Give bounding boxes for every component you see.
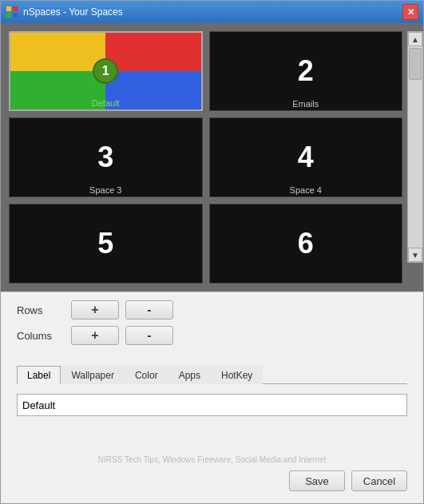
cancel-button[interactable]: Cancel — [351, 470, 407, 491]
space-label-1: Default — [92, 98, 120, 108]
cols-control-row: Colums + - — [17, 326, 407, 345]
space-label-3: Space 3 — [89, 185, 121, 195]
footer-watermark: NIRSS Tech Tips, Windows Freeware, Socia… — [17, 455, 407, 464]
space-1-overlay: 1 — [93, 58, 118, 84]
scroll-down-button[interactable]: ▼ — [408, 248, 422, 262]
title-bar-left: nSpaces - Your Spaces — [6, 6, 123, 18]
cols-plus-button[interactable]: + — [71, 326, 119, 345]
scroll-up-button[interactable]: ▲ — [408, 32, 422, 46]
space-cell-5[interactable]: 5 — [9, 204, 203, 284]
space-label-4: Space 4 — [290, 185, 322, 195]
title-bar: nSpaces - Your Spaces ✕ — [1, 1, 423, 23]
svg-rect-1 — [13, 6, 18, 11]
space-cell-2[interactable]: 2 Emails — [209, 31, 403, 111]
label-input[interactable] — [17, 394, 407, 416]
tab-content — [1, 384, 423, 426]
rows-minus-button[interactable]: - — [125, 300, 173, 319]
space-number-3: 3 — [97, 141, 113, 174]
svg-rect-2 — [6, 13, 11, 18]
scroll-track — [408, 46, 422, 248]
svg-rect-3 — [13, 13, 18, 18]
tab-hotkey[interactable]: HotKey — [211, 366, 263, 384]
main-window: nSpaces - Your Spaces ✕ 1 Default 2 Emai… — [0, 0, 424, 504]
space-label-2: Emails — [292, 99, 319, 109]
tab-wallpaper[interactable]: Wallpaper — [61, 366, 125, 384]
space-number-6: 6 — [298, 227, 314, 260]
grid-area: 1 Default 2 Emails 3 Space 3 4 Space 4 5 — [1, 23, 423, 292]
app-icon — [6, 6, 18, 18]
tab-apps[interactable]: Apps — [168, 366, 211, 384]
quadrant-top-right — [105, 33, 200, 71]
close-button[interactable]: ✕ — [402, 4, 418, 20]
spaces-grid: 1 Default 2 Emails 3 Space 3 4 Space 4 5 — [9, 31, 402, 284]
save-button[interactable]: Save — [289, 470, 345, 491]
space-cell-1[interactable]: 1 Default — [9, 31, 203, 111]
svg-rect-0 — [6, 6, 11, 11]
space-cell-4[interactable]: 4 Space 4 — [209, 117, 403, 197]
space-number-4: 4 — [298, 141, 314, 174]
quadrant-bottom-right — [105, 71, 200, 109]
space-number-5: 5 — [97, 227, 113, 260]
scroll-thumb[interactable] — [409, 48, 422, 80]
quadrant-top-left — [10, 33, 105, 71]
footer-area: NIRSS Tech Tips, Windows Freeware, Socia… — [1, 426, 423, 503]
tab-color[interactable]: Color — [125, 366, 168, 384]
tabs-section: Label Wallpaper Color Apps HotKey — [1, 359, 423, 384]
cols-minus-button[interactable]: - — [125, 326, 173, 345]
tab-label[interactable]: Label — [17, 366, 61, 384]
controls-area: Rows + - Colums + - — [1, 292, 423, 359]
title-bar-title: nSpaces - Your Spaces — [23, 6, 123, 18]
tabs-row: Label Wallpaper Color Apps HotKey — [17, 366, 407, 384]
cols-label: Colums — [17, 330, 65, 342]
footer-buttons: Save Cancel — [17, 470, 407, 491]
space-number-2: 2 — [298, 54, 314, 88]
space-cell-3[interactable]: 3 Space 3 — [9, 117, 203, 197]
rows-label: Rows — [17, 304, 65, 316]
space-cell-6[interactable]: 6 — [209, 204, 403, 284]
rows-control-row: Rows + - — [17, 300, 407, 319]
rows-plus-button[interactable]: + — [71, 300, 119, 319]
scrollbar: ▲ ▼ — [407, 31, 423, 263]
